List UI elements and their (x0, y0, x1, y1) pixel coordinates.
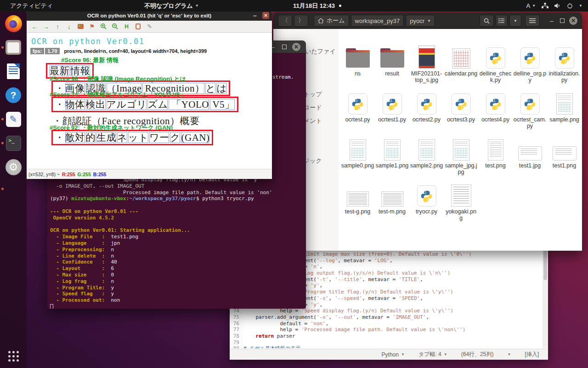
close-button[interactable]: ✕ (262, 12, 269, 19)
file-name-label: sample_jpg.jpg (445, 162, 478, 175)
dock-item-libreoffice-writer[interactable] (0, 59, 27, 83)
brush-icon[interactable]: ✎ (146, 23, 153, 30)
py-thumbnail-icon (520, 47, 540, 69)
pan-down-icon[interactable]: ↓ (65, 23, 73, 30)
code-line: 76 default = 'non', (230, 321, 543, 327)
fit-icon[interactable]: H (123, 23, 130, 30)
file-item[interactable]: ocrtest3.py (444, 90, 478, 129)
power-icon[interactable] (567, 3, 573, 9)
folder-item[interactable]: ns (340, 44, 375, 83)
ocr-score-label: #Score 96: 最新 情報 (61, 56, 119, 64)
input-method-indicator[interactable]: A ▼ (526, 2, 536, 9)
file-item[interactable]: sample1.png (375, 136, 409, 175)
maximize-button[interactable] (560, 18, 565, 23)
doc-thumbnail-icon (556, 93, 573, 115)
view-toggle-button[interactable] (496, 15, 508, 27)
system-status-area[interactable]: A ▼ ▼ (523, 0, 585, 12)
zoom-out-icon[interactable] (111, 23, 119, 30)
file-item[interactable]: ocrtest4.py (478, 90, 513, 129)
app-menu[interactable]: 不明なプログラム ▼ (141, 0, 202, 12)
terminal-line: --- OCR on python Ver0.01 --- (50, 208, 306, 215)
maximize-button[interactable] (282, 45, 287, 49)
activities-button[interactable]: アクティビティ (7, 0, 56, 12)
file-item[interactable]: ocrtest2.py (409, 90, 444, 129)
file-item[interactable]: yokogaki.png (444, 182, 478, 221)
file-item[interactable]: initialization.py (547, 44, 582, 83)
minimize-button[interactable]: – (251, 12, 259, 19)
close-button[interactable]: ✕ (292, 43, 300, 51)
clock[interactable]: 11月18日 12:43 (290, 0, 344, 12)
input-method-label: A (526, 2, 530, 9)
terminal-line: - Speed flag : y (50, 291, 306, 297)
file-item[interactable]: sample0.png (340, 136, 375, 175)
dock-item-text-editor[interactable]: ✎ (0, 107, 27, 131)
python-logo-icon (524, 98, 536, 110)
back-button[interactable]: 〈 (278, 15, 292, 27)
file-item[interactable]: ocrtest1.py (375, 90, 409, 129)
search-icon (484, 18, 490, 24)
region-icon[interactable] (134, 23, 142, 30)
file-item[interactable]: delline_check.py (478, 44, 513, 83)
magazine-thumbnail-icon (418, 46, 435, 69)
dock-item-files[interactable] (0, 35, 27, 59)
files-icon (6, 40, 21, 55)
show-applications-button[interactable] (0, 348, 27, 364)
dock-item-firefox[interactable] (0, 12, 27, 35)
python-logo-icon (489, 52, 502, 64)
view-options-button[interactable]: ▼ (509, 15, 521, 27)
file-item[interactable]: calendar.png (444, 44, 478, 83)
file-item[interactable]: test1.png (547, 136, 582, 175)
close-button[interactable]: ✕ (569, 17, 577, 25)
file-item[interactable]: delline_org.py (513, 44, 547, 83)
file-item[interactable]: MIF202101-top_s.jpg (409, 44, 444, 83)
file-item[interactable]: test1.jpg (513, 136, 547, 175)
terminal-line (50, 202, 306, 208)
save-image-icon[interactable] (77, 23, 85, 30)
file-item[interactable]: ocrtest_cam.py (513, 90, 547, 129)
network-icon[interactable] (542, 3, 548, 9)
home-breadcrumb-button[interactable]: ホーム (314, 15, 349, 27)
home-icon (318, 18, 324, 23)
file-name-label: test1.jpg (519, 162, 541, 169)
file-item[interactable]: sample2.png (409, 136, 444, 175)
file-item[interactable]: test.png (478, 136, 513, 175)
breadcrumb-pyocr[interactable]: pyocr ▼ (406, 15, 435, 27)
text-editor-icon: ✎ (6, 112, 21, 127)
chevron-down-icon[interactable]: ▼ (507, 352, 511, 356)
file-item[interactable]: sample_jpg.jpg (444, 136, 478, 175)
terminal-line (50, 221, 306, 228)
running-indicator-dot (1, 188, 4, 190)
chevron-down-icon[interactable]: ▼ (579, 4, 582, 8)
editor-scrollbar[interactable] (543, 249, 548, 348)
top-bar: アクティビティ 不明なプログラム ▼ 11月18日 12:43 A ▼ ▼ (0, 0, 588, 12)
menu-button[interactable] (525, 15, 540, 27)
calendar-thumbnail-icon (452, 48, 470, 69)
flag-icon[interactable]: ⚑ (88, 23, 96, 30)
zoom-in-icon[interactable] (100, 23, 107, 30)
pan-left-icon[interactable]: ← (31, 23, 39, 30)
file-item[interactable]: ocrtest.py (340, 90, 375, 129)
code-line: 74 help = 'Speed display flag.(y/n) Defa… (230, 308, 543, 314)
file-item[interactable]: test-g.png (340, 182, 375, 221)
forward-button[interactable]: 〉 (294, 15, 308, 27)
volume-icon[interactable] (554, 3, 561, 9)
pan-up-icon[interactable]: ↑ (54, 23, 62, 30)
ocr-score-label: #Score 92: ・敵対的生成ネットワーク (GAN) (50, 124, 173, 132)
search-button[interactable] (480, 15, 494, 27)
file-item[interactable]: tryocr.py (409, 182, 444, 221)
tab-width-selector[interactable]: タブ幅: 4▼ (418, 351, 447, 358)
language-selector[interactable]: Python▼ (382, 351, 405, 358)
breadcrumb-workspace-py37[interactable]: workspace_py37 (351, 15, 404, 27)
doc-thumbnail-icon (453, 139, 469, 161)
pan-right-icon[interactable]: → (42, 23, 50, 30)
file-item[interactable]: test-m.png (375, 182, 409, 221)
dock-item-terminal[interactable]: >_ (0, 131, 27, 155)
file-item[interactable]: sample.png (547, 90, 582, 129)
ocr-score-label: #Score 74: ・物体検出アルゴリズム「YOLO V5」 (50, 91, 186, 99)
dock-item-settings[interactable]: ⚙ (0, 155, 27, 179)
dock-item-help[interactable]: ? (0, 83, 27, 107)
editor-statusbar: Python▼ タブ幅: 4▼ (64行、25列) ▼ [挿入] (230, 349, 548, 360)
folder-item[interactable]: result (375, 44, 409, 83)
file-manager-headerbar: 〈 〉 ホーム workspace_py37 pyocr ▼ ▼ – ✕ (273, 12, 582, 29)
minimize-button[interactable]: – (548, 17, 555, 24)
